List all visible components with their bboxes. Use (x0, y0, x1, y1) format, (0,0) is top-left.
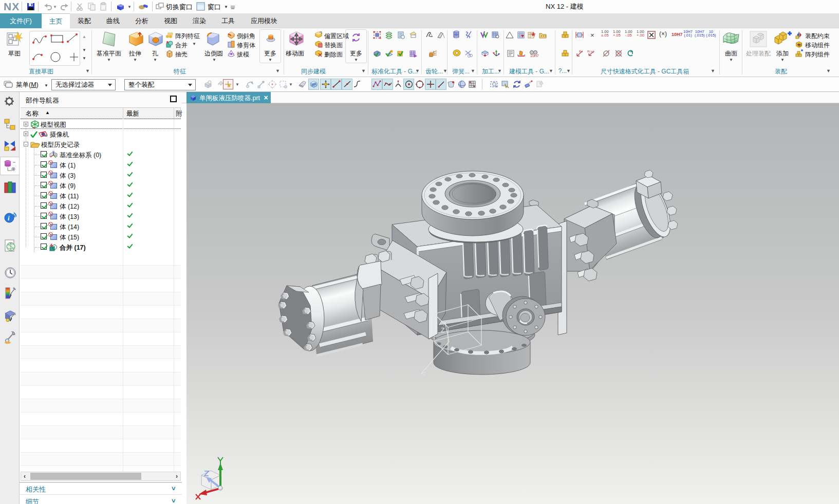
svg-text:i: i (8, 214, 10, 222)
svg-text:X: X (414, 373, 418, 380)
svg-text:10H7: 10H7 (530, 54, 539, 58)
svg-text:Rø: Rø (579, 50, 583, 53)
svg-text:Z: Z (441, 327, 444, 334)
svg-text:R(ø): R(ø) (587, 50, 594, 53)
